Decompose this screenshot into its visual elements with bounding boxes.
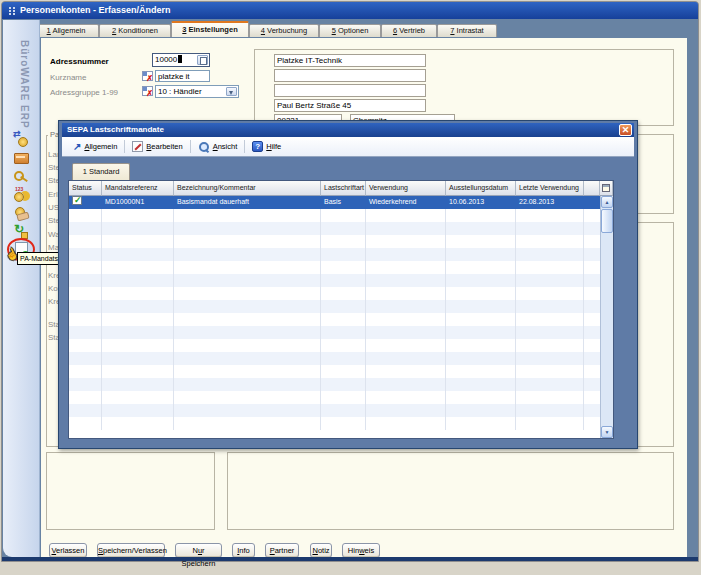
empty-cell <box>516 209 584 222</box>
column-header-lastschriftart[interactable]: Lastschriftart <box>321 181 366 196</box>
empty-cell <box>174 326 321 339</box>
sidebar: BüroWARE ERP <box>3 20 40 557</box>
empty-cell <box>69 391 102 404</box>
table-row[interactable] <box>69 404 600 417</box>
nur-speichern-button[interactable]: Nur Speichern <box>175 543 222 558</box>
table-row[interactable] <box>69 300 600 313</box>
table-row[interactable]: MD10000N1Basismandat dauerhaftBasisWiede… <box>69 196 600 209</box>
speichern-verlassen-button[interactable]: Speichern/Verlassen <box>97 543 165 558</box>
address-line3-input[interactable] <box>274 84 426 97</box>
column-header-status[interactable]: Status <box>69 181 102 196</box>
table-row[interactable] <box>69 417 600 430</box>
currency-exchange-icon[interactable] <box>13 132 29 148</box>
table-row[interactable] <box>69 326 600 339</box>
scroll-up-icon[interactable]: ▲ <box>601 196 613 208</box>
table-row[interactable] <box>69 313 600 326</box>
table-row[interactable] <box>69 378 600 391</box>
empty-cell <box>446 235 516 248</box>
empty-cell <box>69 222 102 235</box>
notiz-button[interactable]: Notiz <box>310 543 332 558</box>
window-titlebar: Personenkonten - Erfassen/Ändern <box>2 2 698 19</box>
tab-7-intrastat[interactable]: 7 Intrastat <box>437 24 497 37</box>
info-button[interactable]: Info <box>232 543 255 558</box>
dialog-tab-standard[interactable]: 1 Standard <box>72 163 130 180</box>
clear-field-icon[interactable] <box>142 86 153 96</box>
key-icon[interactable] <box>13 168 29 184</box>
empty-cell <box>516 287 584 300</box>
table-row[interactable] <box>69 235 600 248</box>
cell-mandatsreferenz: MD10000N1 <box>102 196 174 209</box>
address-street-input[interactable]: Paul Bertz Straße 45 <box>274 99 426 112</box>
empty-cell <box>174 222 321 235</box>
empty-cell <box>516 404 584 417</box>
cell-bezeichnung-kommentar: Basismandat dauerhaft <box>174 196 321 209</box>
tab-3-einstellungen[interactable]: 3 Einstellungen <box>171 21 249 37</box>
kurzname-input[interactable]: platzke it <box>155 70 210 82</box>
verlassen-button[interactable]: Verlassen <box>49 543 87 558</box>
table-row[interactable] <box>69 352 600 365</box>
address-line2-input[interactable] <box>274 69 426 82</box>
partner-button[interactable]: Partner <box>265 543 299 558</box>
table-row[interactable] <box>69 209 600 222</box>
table-row[interactable] <box>69 339 600 352</box>
menu-bearbeiten[interactable]: Bearbeiten <box>125 137 189 157</box>
adressnummer-label: Adressnummer <box>50 57 109 66</box>
table-rows: MD10000N1Basismandat dauerhaftBasisWiede… <box>69 196 600 438</box>
empty-cell <box>446 209 516 222</box>
hinweis-button[interactable]: Hinweis <box>342 543 380 558</box>
dialog-titlebar: SEPA Lastschriftmandate ✕ <box>62 123 634 137</box>
scroll-down-icon[interactable]: ▼ <box>601 426 613 438</box>
vertical-scrollbar[interactable]: ▲ ▼ <box>600 196 613 438</box>
empty-cell <box>69 209 102 222</box>
empty-cell <box>516 378 584 391</box>
table-row[interactable] <box>69 287 600 300</box>
menu-hilfe[interactable]: Hilfe <box>245 137 288 157</box>
adressnummer-input[interactable]: 10000 <box>152 53 210 67</box>
column-header-ausstellungsdatum[interactable]: Ausstellungsdatum <box>446 181 516 196</box>
kurzname-label: Kurzname <box>50 73 86 82</box>
column-options-button[interactable] <box>600 181 613 196</box>
menu-allgemein[interactable]: Allgemein <box>66 137 124 157</box>
hand-coins-icon[interactable] <box>13 205 29 221</box>
column-header-bezeichnung-kommentar[interactable]: Bezeichnung/Kommentar <box>174 181 321 196</box>
clear-field-icon[interactable] <box>142 71 153 81</box>
tab-6-vertrieb[interactable]: 6 Vertrieb <box>381 24 437 37</box>
table-row[interactable] <box>69 248 600 261</box>
tab-4-verbuchung[interactable]: 4 Verbuchung <box>249 24 319 37</box>
tab-5-optionen[interactable]: 5 Optionen <box>319 24 381 37</box>
table-row[interactable] <box>69 274 600 287</box>
menu-ansicht[interactable]: Ansicht <box>191 137 245 157</box>
adressgruppe-combo[interactable]: 10 : Händler <box>155 85 239 98</box>
empty-cell <box>102 222 174 235</box>
empty-cell <box>102 209 174 222</box>
combo-dropdown-button[interactable] <box>226 87 237 96</box>
empty-cell <box>69 274 102 287</box>
table-row[interactable] <box>69 222 600 235</box>
cell-lastschriftart: Basis <box>321 196 366 209</box>
table-row[interactable] <box>69 365 600 378</box>
empty-cell <box>516 235 584 248</box>
address-name-input[interactable]: Platzke IT-Technik <box>274 54 426 67</box>
empty-cell <box>321 261 366 274</box>
adressnummer-lookup-button[interactable] <box>197 55 208 65</box>
cell-ausstellungsdatum: 10.06.2013 <box>446 196 516 209</box>
tab-2-konditionen[interactable]: 2 Konditionen <box>99 24 171 37</box>
empty-cell <box>102 261 174 274</box>
card-icon[interactable] <box>13 150 29 166</box>
empty-cell <box>516 326 584 339</box>
empty-cell <box>321 417 366 430</box>
tab-1-allgemein[interactable]: 1 Allgemein <box>33 24 99 37</box>
column-header-mandatsreferenz[interactable]: Mandatsreferenz <box>102 181 174 196</box>
table-row[interactable] <box>69 391 600 404</box>
column-header-verwendung[interactable]: Verwendung <box>366 181 446 196</box>
empty-cell <box>366 339 446 352</box>
coins-123-icon[interactable] <box>13 187 29 203</box>
close-icon[interactable]: ✕ <box>619 124 632 136</box>
empty-cell <box>174 417 321 430</box>
empty-cell <box>516 417 584 430</box>
partial-label: Erl <box>48 190 58 199</box>
table-row[interactable] <box>69 261 600 274</box>
groupbox-bottom-left <box>46 452 215 530</box>
column-header-letzte-verwendung[interactable]: Letzte Verwendung <box>516 181 584 196</box>
scrollbar-thumb[interactable] <box>601 209 613 233</box>
